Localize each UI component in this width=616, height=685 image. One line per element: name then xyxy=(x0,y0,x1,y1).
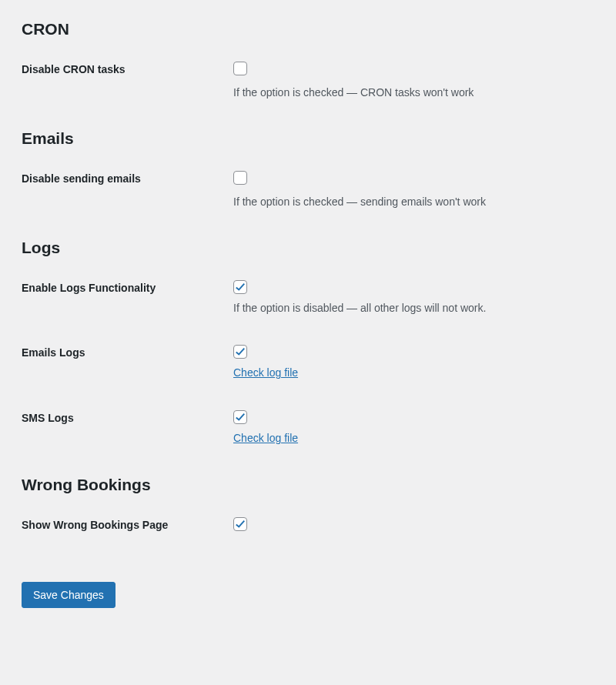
control-enable-logs: If the option is disabled — all other lo… xyxy=(233,280,594,314)
section-heading-cron: CRON xyxy=(22,20,594,38)
section-heading-logs: Logs xyxy=(22,239,594,257)
save-button[interactable]: Save Changes xyxy=(22,582,116,608)
control-emails-logs: Check log file xyxy=(233,345,594,379)
label-show-wrong-bookings: Show Wrong Bookings Page xyxy=(22,517,233,531)
section-emails: Emails Disable sending emails If the opt… xyxy=(22,129,594,208)
label-emails-logs: Emails Logs xyxy=(22,345,233,359)
check-icon xyxy=(235,519,246,530)
row-disable-cron: Disable CRON tasks If the option is chec… xyxy=(22,62,594,99)
checkbox-sms-logs[interactable] xyxy=(233,410,247,424)
control-show-wrong-bookings xyxy=(233,517,594,536)
row-enable-logs: Enable Logs Functionality If the option … xyxy=(22,280,594,314)
row-sms-logs: SMS Logs Check log file xyxy=(22,410,594,445)
control-disable-cron: If the option is checked — CRON tasks wo… xyxy=(233,62,594,99)
link-sms-logs[interactable]: Check log file xyxy=(233,432,298,444)
row-emails-logs: Emails Logs Check log file xyxy=(22,345,594,379)
description-disable-cron: If the option is checked — CRON tasks wo… xyxy=(233,86,594,99)
section-heading-emails: Emails xyxy=(22,129,594,148)
check-icon xyxy=(235,282,246,292)
row-disable-emails: Disable sending emails If the option is … xyxy=(22,171,594,208)
label-disable-cron: Disable CRON tasks xyxy=(22,62,233,75)
description-enable-logs: If the option is disabled — all other lo… xyxy=(233,302,594,314)
check-icon xyxy=(235,412,246,423)
link-emails-logs[interactable]: Check log file xyxy=(233,366,298,379)
label-disable-emails: Disable sending emails xyxy=(22,171,233,185)
control-sms-logs: Check log file xyxy=(233,410,594,445)
checkbox-disable-emails[interactable] xyxy=(233,171,247,185)
checkbox-emails-logs[interactable] xyxy=(233,345,247,359)
check-icon xyxy=(235,346,246,357)
label-enable-logs: Enable Logs Functionality xyxy=(22,280,233,294)
label-sms-logs: SMS Logs xyxy=(22,410,233,424)
section-heading-wrong-bookings: Wrong Bookings xyxy=(22,476,594,494)
checkbox-disable-cron[interactable] xyxy=(233,62,247,75)
checkbox-enable-logs[interactable] xyxy=(233,280,247,294)
control-disable-emails: If the option is checked — sending email… xyxy=(233,171,594,208)
checkbox-show-wrong-bookings[interactable] xyxy=(233,517,247,531)
section-logs: Logs Enable Logs Functionality If the op… xyxy=(22,239,594,445)
section-wrong-bookings: Wrong Bookings Show Wrong Bookings Page xyxy=(22,476,594,536)
section-cron: CRON Disable CRON tasks If the option is… xyxy=(22,20,594,99)
row-show-wrong-bookings: Show Wrong Bookings Page xyxy=(22,517,594,536)
description-disable-emails: If the option is checked — sending email… xyxy=(233,195,594,208)
